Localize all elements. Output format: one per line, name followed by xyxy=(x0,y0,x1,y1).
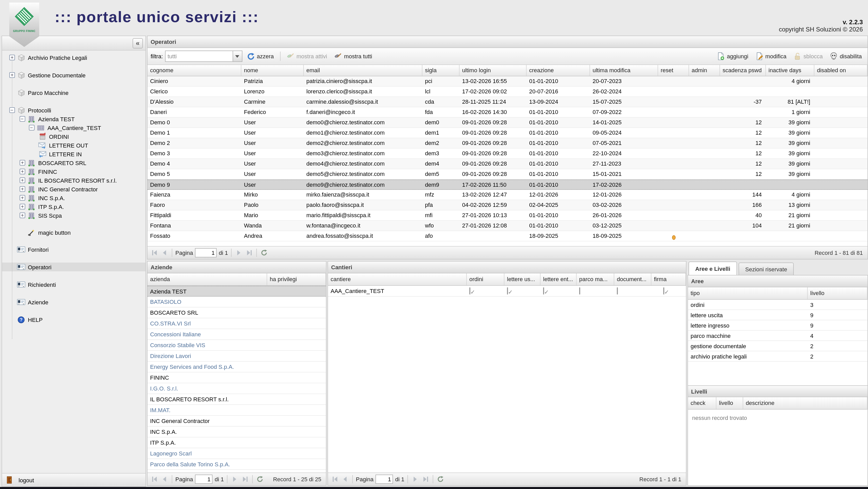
column-header-cantiere[interactable]: cantiere xyxy=(328,273,467,285)
tree-item-boscareto-srl[interactable]: BOSCARETO SRL xyxy=(2,158,146,167)
column-header-creazione[interactable]: creazione xyxy=(527,65,590,76)
documentale-checkbox[interactable] xyxy=(617,287,618,295)
azienda-row[interactable]: Consorzio Stabile VIS xyxy=(148,340,326,351)
azienda-row[interactable]: ITP S.p.A. xyxy=(148,437,326,448)
area-row[interactable]: gestione documentale 2 xyxy=(688,341,867,351)
collapse-icon[interactable] xyxy=(20,116,25,122)
tree-item-magic-button[interactable]: magic button xyxy=(2,228,146,237)
page-number-input[interactable] xyxy=(195,248,217,257)
azienda-row[interactable]: Parco della Salute Torino S.p.A. xyxy=(148,459,326,470)
column-header-parco-ma[interactable]: parco ma... xyxy=(577,273,614,285)
column-header-livello[interactable]: livello xyxy=(716,397,743,409)
operator-row[interactable]: D'Alessio Carmine carmine.dalessio@sissc… xyxy=(148,97,867,107)
expand-icon[interactable] xyxy=(9,72,15,78)
prev-page-button[interactable] xyxy=(160,249,169,257)
next-page-button[interactable] xyxy=(411,475,419,483)
mostra-attivi-button[interactable]: mostra attivi xyxy=(284,51,330,61)
operator-row[interactable]: Daneri Federico f.daneri@incgeco.it fda … xyxy=(148,107,867,118)
azienda-row[interactable]: Azienda TEST xyxy=(148,286,326,297)
azienda-row[interactable]: Energy Services and Food S.p.A. xyxy=(148,362,326,372)
tree-item-aziende[interactable]: Aziende xyxy=(2,298,146,306)
tree-item-help[interactable]: ? HELP xyxy=(2,315,146,324)
first-page-button[interactable] xyxy=(331,475,339,483)
column-header-cognome[interactable]: cognome xyxy=(148,65,241,76)
page-number-input[interactable] xyxy=(376,475,393,484)
expand-icon[interactable] xyxy=(20,186,25,192)
tree-item-ordini[interactable]: ORDINI xyxy=(2,132,146,141)
azienda-row[interactable]: Lagonegro Scarl xyxy=(148,448,326,459)
column-header-nome[interactable]: nome xyxy=(241,65,304,76)
column-header-lettere-ent[interactable]: lettere ent... xyxy=(540,273,577,285)
tree-item-lettere-out[interactable]: LETTERE OUT xyxy=(2,141,146,150)
parco-macchine-checkbox[interactable] xyxy=(579,287,580,295)
expand-icon[interactable] xyxy=(20,204,25,209)
last-page-button[interactable] xyxy=(422,475,430,483)
column-header-azienda[interactable]: azienda xyxy=(148,273,267,285)
ordini-checkbox[interactable] xyxy=(469,287,470,295)
column-header-tipo[interactable]: tipo xyxy=(688,287,808,299)
area-row[interactable]: lettere uscita 9 xyxy=(688,310,867,320)
operator-row[interactable]: Demo 2 User demo2@chieroz.testinator.com… xyxy=(148,138,867,149)
tree-item-lettere-in[interactable]: LETTERE IN xyxy=(2,150,146,158)
aggiungi-button[interactable]: aggiungi xyxy=(715,51,751,61)
refresh-button[interactable] xyxy=(260,249,268,257)
column-header-document[interactable]: document... xyxy=(614,273,651,285)
area-row[interactable]: ordini 3 xyxy=(688,300,867,310)
tree-item-archivio-pratiche-legali[interactable]: Archivio Pratiche Legali xyxy=(2,53,146,62)
azienda-row[interactable]: I.G.O. S.r.l. xyxy=(148,383,326,394)
azienda-row[interactable]: CO.STRA.VI Srl xyxy=(148,318,326,329)
operator-row[interactable]: Demo 5 User demo5@chieroz.testinator.com… xyxy=(148,169,867,180)
azienda-row[interactable]: IL BOSCARETO RESORT s.r.l. xyxy=(148,394,326,405)
disabilita-button[interactable]: disabilita xyxy=(827,51,864,61)
operator-row[interactable]: Ciniero Patrizia patrizia.ciniero@sisscp… xyxy=(148,77,867,87)
tree-item-il-boscareto-resort[interactable]: IL BOSCARETO RESORT s.r.l. xyxy=(2,176,146,185)
column-header-descrizione[interactable]: descrizione xyxy=(743,397,867,409)
page-number-input[interactable] xyxy=(195,475,213,484)
tree-item-azienda-test[interactable]: Azienda TEST xyxy=(2,115,146,123)
lettere-uscita-checkbox[interactable] xyxy=(507,287,508,295)
tree-item-aaa-cantiere-test[interactable]: AAA_Cantiere_TEST xyxy=(2,123,146,132)
next-page-button[interactable] xyxy=(235,249,243,257)
sidebar-collapse-button[interactable] xyxy=(132,38,143,49)
column-header-ultima-modifica[interactable]: ultima modifica xyxy=(590,65,658,76)
expand-icon[interactable] xyxy=(20,169,25,174)
refresh-button[interactable] xyxy=(436,475,444,483)
column-header-disabled-on[interactable]: disabled on xyxy=(814,65,867,76)
tree-item-fornitori[interactable]: Fornitori xyxy=(2,245,146,254)
operator-row[interactable]: Demo 4 User demo4@chieroz.testinator.com… xyxy=(148,159,867,169)
operator-row[interactable]: Demo 9 User demo9@chieroz.testinator.com… xyxy=(148,180,867,190)
tree-item-protocolli[interactable]: Protocolli xyxy=(2,106,146,115)
column-header-email[interactable]: email xyxy=(304,65,423,76)
column-header-scadenza-pswd[interactable]: scadenza pswd xyxy=(720,65,766,76)
operator-row[interactable]: Demo 0 User demo0@chieroz.testinator.com… xyxy=(148,118,867,128)
expand-icon[interactable] xyxy=(9,55,15,60)
lettere-entrata-checkbox[interactable] xyxy=(543,287,544,295)
column-header-lettere-us[interactable]: lettere us... xyxy=(504,273,540,285)
tree-item-gestione-documentale[interactable]: Gestione Documentale xyxy=(2,71,146,80)
column-header-reset[interactable]: reset xyxy=(658,65,689,76)
operator-row[interactable]: Fittipaldi Mario mario.fittipaldi@sisscp… xyxy=(148,210,867,221)
column-header-ordini[interactable]: ordini xyxy=(467,273,504,285)
operator-row[interactable]: Fontana Wanda w.fontana@incgeco.it wfo 2… xyxy=(148,221,867,231)
tree-item-inc-spa[interactable]: INC S.p.A. xyxy=(2,193,146,202)
azienda-row[interactable]: INC S.p.A. xyxy=(148,427,326,437)
prev-page-button[interactable] xyxy=(341,475,349,483)
first-page-button[interactable] xyxy=(150,475,158,483)
tree-item-parco-macchine[interactable]: Parco Macchine xyxy=(2,88,146,97)
combobox-trigger-icon[interactable] xyxy=(232,51,242,61)
operator-row[interactable]: Demo 1 User demo1@chieroz.testinator.com… xyxy=(148,128,867,138)
tree-item-inc-general-contractor[interactable]: INC General Contractor xyxy=(2,185,146,193)
expand-icon[interactable] xyxy=(20,160,25,165)
column-header-inactive-days[interactable]: inactive days xyxy=(766,65,814,76)
operator-row[interactable]: Clerico Lorenzo lorenzo.clerico@sisscpa.… xyxy=(148,87,867,97)
operator-row[interactable]: Faoro Paolo paolo.faoro@sisscpa.it pfa 0… xyxy=(148,200,867,210)
tree-item-sis-scpa[interactable]: SIS Scpa xyxy=(2,211,146,220)
first-page-button[interactable] xyxy=(150,249,158,257)
operator-row[interactable]: Demo 3 User demo3@chieroz.testinator.com… xyxy=(148,149,867,159)
refresh-button[interactable] xyxy=(256,475,264,483)
column-header-livello[interactable]: livello xyxy=(808,287,867,299)
operator-row[interactable]: Fossato Andrea andrea.fossato@sisscpa.it… xyxy=(148,231,867,241)
column-header-check[interactable]: check xyxy=(688,397,716,409)
tree-item-fininc[interactable]: FININC xyxy=(2,167,146,176)
column-header-firma[interactable]: firma xyxy=(651,273,686,285)
